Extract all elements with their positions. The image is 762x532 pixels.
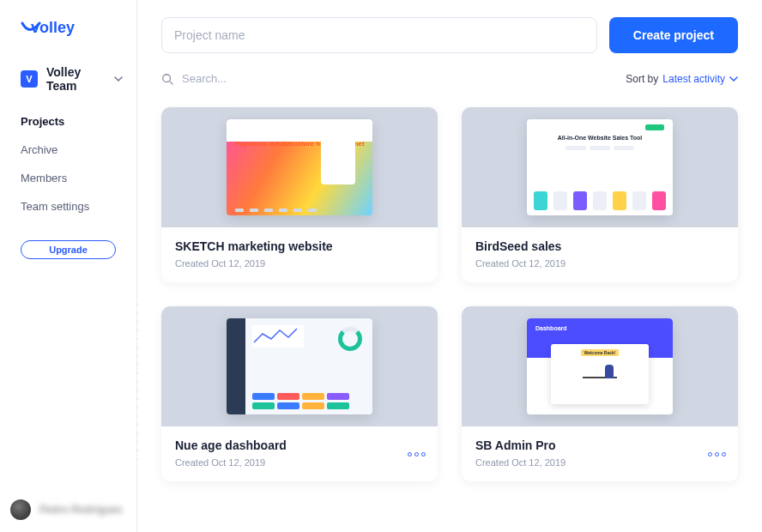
search-icon xyxy=(161,73,173,85)
overflow-menu-icon[interactable] xyxy=(708,452,726,456)
team-name: Volley Team xyxy=(46,65,114,93)
brand-logo: volley xyxy=(0,19,136,65)
decorative-dots xyxy=(0,292,142,463)
avatar xyxy=(10,499,31,520)
create-project-button[interactable]: Create project xyxy=(609,17,738,53)
projects-grid: Payments infrastructure for the internet… xyxy=(161,107,738,481)
project-thumbnail: All-in-One Website Sales Tool xyxy=(462,107,738,227)
search-input[interactable] xyxy=(182,72,626,85)
create-project-row: Create project xyxy=(161,17,738,53)
project-title: BirdSeed sales xyxy=(475,239,724,253)
sidebar-item-projects[interactable]: Projects xyxy=(21,115,116,128)
project-card[interactable]: All-in-One Website Sales Tool BirdSeed s… xyxy=(462,107,738,282)
project-card[interactable]: Nue age dashboard Created Oct 12, 2019 xyxy=(161,306,438,481)
volley-logo-icon: volley xyxy=(21,19,93,41)
chevron-down-icon xyxy=(114,75,123,83)
sidebar-nav: Projects Archive Members Team settings xyxy=(0,115,136,228)
svg-text:volley: volley xyxy=(31,19,75,36)
sidebar-item-team-settings[interactable]: Team settings xyxy=(21,200,116,213)
team-avatar: V xyxy=(21,70,38,88)
project-meta: Created Oct 12, 2019 xyxy=(475,457,724,468)
project-card[interactable]: Dashboard Welcome Back! SB Admin Pro Cre… xyxy=(462,306,738,481)
team-switcher[interactable]: V Volley Team xyxy=(0,65,136,93)
project-card[interactable]: Payments infrastructure for the internet… xyxy=(161,107,438,282)
thumb-headline: All-in-One Website Sales Tool xyxy=(532,135,668,141)
project-title: Nue age dashboard xyxy=(175,438,424,452)
svg-line-2 xyxy=(170,81,173,84)
sidebar-item-archive[interactable]: Archive xyxy=(21,143,116,156)
thumb-headline: Dashboard xyxy=(535,325,567,331)
upgrade-button[interactable]: Upgrade xyxy=(21,240,116,259)
search-sort-row: Sort by Latest activity xyxy=(161,72,738,85)
sidebar: volley V Volley Team Projects Archive Me… xyxy=(0,0,137,532)
sort-control[interactable]: Sort by Latest activity xyxy=(626,73,738,85)
user-display-name: Pedro Rodrigues xyxy=(39,504,123,516)
chevron-down-icon xyxy=(729,75,738,83)
project-meta: Created Oct 12, 2019 xyxy=(175,258,424,269)
project-meta: Created Oct 12, 2019 xyxy=(475,258,724,269)
thumb-welcome: Welcome Back! xyxy=(581,349,620,356)
overflow-menu-icon[interactable] xyxy=(408,452,426,456)
project-name-input[interactable] xyxy=(161,17,597,53)
project-title: SB Admin Pro xyxy=(475,438,724,452)
project-thumbnail: Payments infrastructure for the internet xyxy=(161,107,438,227)
user-footer[interactable]: Pedro Rodrigues xyxy=(10,499,123,520)
project-title: SKETCH marketing website xyxy=(175,239,424,253)
sort-value: Latest activity xyxy=(662,73,725,85)
sort-label: Sort by xyxy=(626,73,658,85)
project-meta: Created Oct 12, 2019 xyxy=(175,457,424,468)
project-thumbnail: Dashboard Welcome Back! xyxy=(462,306,738,426)
main-content: Create project Sort by Latest activity P… xyxy=(137,0,762,532)
project-thumbnail xyxy=(161,306,438,426)
sidebar-item-members[interactable]: Members xyxy=(21,172,116,184)
